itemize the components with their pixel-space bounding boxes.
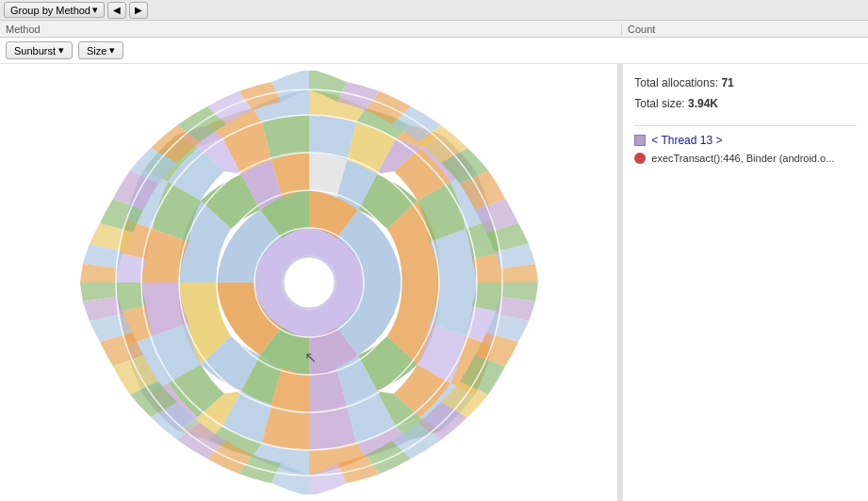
group-by-method-label: Group by Method xyxy=(10,5,90,16)
forward-button[interactable]: ▶ xyxy=(129,2,148,19)
back-icon: ◀ xyxy=(113,5,121,15)
stats-section: Total allocations: 71 Total size: 3.94K xyxy=(634,73,857,114)
column-headers: Method Count xyxy=(0,21,868,38)
group-by-dropdown-arrow: ▾ xyxy=(92,4,98,16)
size-label: Size xyxy=(87,45,106,57)
total-allocations-value: 71 xyxy=(721,76,733,89)
view-type-arrow: ▾ xyxy=(58,44,64,57)
sunburst-area[interactable]: // This will be done in CSS/static SVG p… xyxy=(0,64,618,501)
size-arrow: ▾ xyxy=(109,44,115,57)
count-column-header[interactable]: Count xyxy=(622,24,839,35)
divider xyxy=(634,125,857,126)
svg-point-6 xyxy=(283,256,336,309)
thread-item[interactable]: < Thread 13 > xyxy=(634,134,857,147)
total-allocations-row: Total allocations: 71 xyxy=(634,73,857,94)
forward-icon: ▶ xyxy=(135,5,142,15)
method-label: execTransact():446, Binder (android.o... xyxy=(651,153,834,164)
method-column-header[interactable]: Method xyxy=(0,24,622,35)
back-button[interactable]: ◀ xyxy=(107,2,126,19)
size-button[interactable]: Size ▾ xyxy=(78,41,123,59)
sunburst-chart[interactable]: // This will be done in CSS/static SVG p… xyxy=(26,71,592,494)
total-size-row: Total size: 3.94K xyxy=(634,94,857,115)
main-content: // This will be done in CSS/static SVG p… xyxy=(0,64,868,501)
total-size-label: Total size: xyxy=(634,97,684,110)
right-panel: Total allocations: 71 Total size: 3.94K … xyxy=(623,64,868,501)
svg-text:↖: ↖ xyxy=(304,349,317,365)
view-type-button[interactable]: Sunburst ▾ xyxy=(6,41,73,59)
view-type-label: Sunburst xyxy=(14,45,56,57)
controls-row: Sunburst ▾ Size ▾ xyxy=(0,38,868,64)
toolbar: Group by Method ▾ ◀ ▶ xyxy=(0,0,868,21)
group-by-method-button[interactable]: Group by Method ▾ xyxy=(4,2,105,18)
total-allocations-label: Total allocations: xyxy=(634,76,718,89)
total-size-value: 3.94K xyxy=(688,97,718,110)
thread-label[interactable]: < Thread 13 > xyxy=(651,134,722,147)
thread-icon xyxy=(634,135,646,146)
method-item[interactable]: execTransact():446, Binder (android.o... xyxy=(634,153,857,164)
method-icon xyxy=(634,153,646,164)
